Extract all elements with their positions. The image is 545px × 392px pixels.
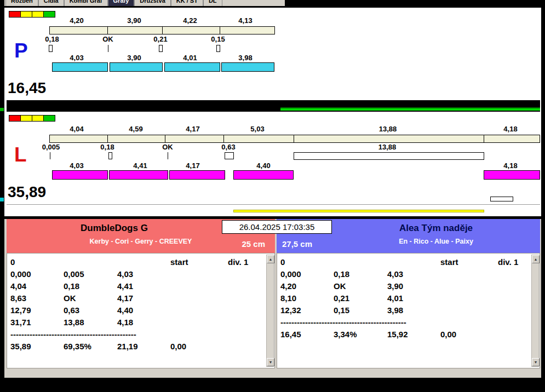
tab-kombi-graf[interactable]: Kombi Graf: [64, 0, 108, 6]
split-time-label: 4,22: [183, 16, 197, 25]
changeover-tick: [159, 45, 163, 52]
table-cell: 4,20: [280, 280, 334, 292]
table-cell: 0,63: [64, 304, 117, 316]
total-bar-segment: [165, 135, 224, 143]
scroll-up-button[interactable]: ▲: [267, 255, 274, 263]
scroll-down-button[interactable]: ▼: [532, 358, 540, 366]
table-cell: 3,98: [387, 304, 440, 316]
scroll-down-icon: ▼: [534, 360, 538, 364]
table-scrollbar[interactable]: ▲ ▼: [531, 255, 539, 367]
table-cell: 12,79: [10, 304, 64, 316]
dog-bar-segment: [169, 170, 225, 180]
table-cell: 15,92: [387, 328, 440, 341]
total-bar-segment: [107, 26, 163, 34]
table-cell: 21,19: [117, 341, 170, 353]
table-cell: 0,15: [334, 304, 387, 316]
tab-bar: Rozběh Čidla Kombi Graf Grafy Družstva K…: [4, 0, 285, 6]
tab-rozbeh[interactable]: Rozběh: [5, 0, 38, 6]
total-bar-segment: [484, 135, 540, 143]
table-row: 0,000 0,005 4,03: [7, 268, 274, 280]
split-time-label: 4,04: [70, 125, 83, 133]
tab-label: Rozběh: [11, 0, 33, 4]
split-time-label: 4,13: [238, 16, 252, 25]
dog-time-label: 4,18: [503, 162, 517, 170]
tab-kk-st[interactable]: KK / ST: [171, 0, 203, 6]
status-square-yellow: [32, 11, 44, 18]
dog-bar-segment: [52, 62, 108, 72]
split-time-label: 13,88: [379, 125, 397, 133]
table-cell: 4,18: [117, 316, 170, 328]
datetime-box: 26.04.2025 17:03:35: [222, 220, 332, 234]
changeover-time-label: 0,15: [211, 35, 225, 43]
changeover-long-bar: [294, 152, 484, 160]
table-cell: start: [440, 256, 498, 268]
scroll-down-button[interactable]: ▼: [267, 358, 274, 366]
scroll-up-button[interactable]: ▲: [532, 255, 540, 263]
table-row: 8,10 0,21 4,01: [277, 292, 540, 304]
table-cell: 0,00: [440, 328, 498, 341]
status-square-yellow: [20, 115, 32, 122]
tab-strip: Rozběh Čidla Kombi Graf Grafy Družstva K…: [5, 0, 222, 6]
table-cell: OK: [334, 280, 387, 292]
table-cell: 0,18: [64, 280, 117, 292]
table-cell: 0: [10, 256, 64, 268]
table-cell: 4,17: [117, 292, 170, 304]
table-separator-row: ----------------------------------------…: [277, 316, 540, 328]
tab-dl[interactable]: DL: [203, 0, 222, 6]
total-bar-segment: [162, 26, 220, 34]
panel-l-letter: L: [14, 145, 27, 165]
changeover-tick: [108, 45, 108, 52]
results-section: DumbleDogs G Kerby - Cori - Gerry - CREE…: [4, 219, 541, 378]
scroll-up-icon: ▲: [534, 257, 538, 261]
changeover-box: [225, 152, 234, 159]
scroll-down-icon: ▼: [269, 360, 273, 364]
table-row: 31,71 13,88 4,18: [7, 316, 274, 328]
table-cell: 4,01: [387, 292, 440, 304]
scroll-up-icon: ▲: [269, 257, 273, 261]
split-time-label: 4,17: [186, 125, 199, 133]
status-square-red: [9, 11, 21, 18]
table-separator-row: ----------------------------------------…: [7, 328, 274, 341]
divider-line: [7, 204, 540, 205]
table-cell: 4,04: [10, 280, 64, 292]
table-cell: 3,34%: [334, 328, 387, 341]
team-right-height: 27,5 cm: [282, 239, 312, 249]
tab-grafy[interactable]: Grafy: [108, 0, 135, 6]
status-square-yellow: [20, 11, 32, 18]
table-cell: 0,005: [64, 268, 117, 280]
changeover-time-label: 0,21: [153, 35, 167, 43]
table-scrollbar[interactable]: ▲ ▼: [266, 255, 274, 367]
table-cell: 35,89: [10, 341, 64, 353]
changeover-tick: [50, 152, 50, 159]
app-window: { "tabs": [ {"label": "Rozběh", "selecte…: [0, 0, 545, 392]
table-cell: 4,41: [117, 280, 170, 292]
table-cell: 12,32: [280, 304, 334, 316]
tab-label: Družstva: [140, 0, 165, 4]
dog-bar-segment: [109, 170, 168, 180]
changeover-time-label: 0,18: [100, 143, 114, 151]
panel-p-letter: P: [14, 41, 28, 61]
total-bar-segment: [294, 135, 484, 143]
table-total-row: 35,89 69,35% 21,19 0,00: [7, 341, 274, 353]
table-row: 8,63 OK 4,17: [7, 292, 274, 304]
changeover-tick: [168, 152, 168, 159]
dog-time-label: 3,98: [238, 54, 252, 62]
dog-bar-segment: [221, 62, 274, 72]
separator-dashes: ----------------------------------------…: [280, 316, 498, 328]
changeover-tick: [216, 45, 220, 52]
table-row: 0,000 0,18 4,03: [277, 268, 540, 280]
tab-label: DL: [209, 0, 217, 4]
tab-druzstva[interactable]: Družstva: [134, 0, 170, 6]
tab-cidla[interactable]: Čidla: [38, 0, 64, 6]
table-cell: start: [170, 256, 228, 268]
table-cell: 0,21: [334, 292, 387, 304]
dog-time-label: 4,17: [186, 162, 199, 170]
table-cell: 4,40: [117, 304, 170, 316]
changeover-time-label: 13,88: [378, 143, 397, 151]
changeover-tick: [49, 45, 53, 52]
table-cell: 0,00: [170, 341, 228, 353]
table-total-row: 16,45 3,34% 15,92 0,00: [277, 328, 540, 341]
status-square-red: [9, 115, 21, 122]
table-row: 12,32 0,15 3,98: [277, 304, 540, 316]
total-bar-segment: [49, 26, 108, 34]
